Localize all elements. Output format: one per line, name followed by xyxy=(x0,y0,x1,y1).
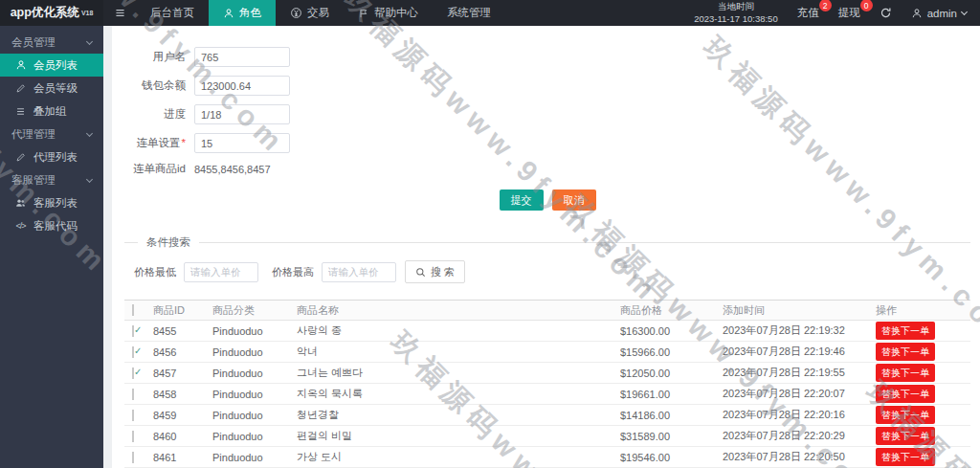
price-min-input[interactable] xyxy=(184,262,258,282)
topnav-item[interactable]: 后台首页 xyxy=(136,0,209,26)
row-checkbox[interactable] xyxy=(132,325,134,337)
menu-toggle-icon[interactable] xyxy=(103,0,136,26)
sidebar-item[interactable]: 客服管理 xyxy=(0,168,103,191)
cell-price: $14186.00 xyxy=(620,410,723,421)
refresh-icon[interactable] xyxy=(880,7,892,19)
row-checkbox[interactable] xyxy=(132,410,134,421)
form-row: 用户名* 765 xyxy=(124,47,970,67)
yen-icon xyxy=(290,7,302,19)
search-icon xyxy=(415,267,426,278)
cell-category: Pinduoduo xyxy=(212,431,297,442)
sidebar-item[interactable]: 会员列表 xyxy=(0,54,103,77)
replace-next-order-button[interactable]: 替换下一单 xyxy=(876,406,935,424)
chevron-down-icon xyxy=(86,37,93,44)
edit-form: 用户名* 765 钱包余额* 123000.64 进度* 1/18 连单设置* … xyxy=(124,47,970,211)
table-row: 8460 Pinduoduo 편걸의 비밀 $31589.00 2023年07月… xyxy=(124,426,970,447)
table-row: 8455 Pinduoduo 사랑의 종 $16300.00 2023年07月2… xyxy=(124,321,970,342)
flag-icon xyxy=(358,8,369,19)
search-button[interactable]: 搜 索 xyxy=(405,260,465,283)
user-icon xyxy=(223,8,234,19)
sidebar-item[interactable]: 客服列表 xyxy=(0,191,103,214)
sidebar-item-label: 客服列表 xyxy=(33,196,78,211)
sidebar: 会员管理 会员列表 会员等级 叠加组 代理管理 代理列表 xyxy=(0,26,103,468)
row-checkbox[interactable] xyxy=(132,389,134,400)
row-checkbox[interactable] xyxy=(132,346,134,358)
form-input[interactable] xyxy=(194,47,290,67)
topnav-item-label: 系统管理 xyxy=(447,6,491,20)
sidebar-item[interactable]: 代理列表 xyxy=(0,145,103,168)
price-max-input[interactable] xyxy=(322,262,396,282)
replace-next-order-button[interactable]: 替换下一单 xyxy=(876,427,935,445)
sidebar-item-label: 客服管理 xyxy=(11,173,56,188)
topnav-item[interactable]: 角色 xyxy=(209,0,276,26)
replace-next-order-button[interactable]: 替换下一单 xyxy=(876,322,935,340)
user-icon xyxy=(14,59,27,71)
cell-goods-name: 그녀는 예쁘다 xyxy=(297,366,620,380)
sidebar-item[interactable]: </> 客服代码 xyxy=(0,214,103,237)
table-row: 8456 Pinduoduo 악녀 $15966.00 2023年07月28日 … xyxy=(124,342,970,363)
col-header: 操作 xyxy=(876,303,970,318)
cell-goods-id: 8459 xyxy=(153,410,212,421)
replace-next-order-button[interactable]: 替换下一单 xyxy=(876,448,935,466)
cell-category: Pinduoduo xyxy=(212,346,297,358)
topbar: app优化系统V18 后台首页 角色 交易 帮助中心 xyxy=(0,0,980,26)
topnav-item[interactable]: 帮助中心 xyxy=(344,0,433,26)
col-header: 商品分类 xyxy=(212,303,297,318)
pencil-icon xyxy=(14,152,27,163)
form-row: 连单商品id* 8455,8456,8457 xyxy=(124,162,970,176)
goods-table: 商品ID 商品分类 商品名称 商品价格 添加时间 操作 8455 Pinduod… xyxy=(124,300,970,468)
cell-price: $31589.00 xyxy=(620,431,723,442)
cell-goods-id: 8457 xyxy=(153,368,212,379)
row-checkbox[interactable] xyxy=(132,368,134,379)
local-time-value: 2023-11-17 10:38:50 xyxy=(694,13,778,25)
price-min-label: 价格最低 xyxy=(134,265,176,279)
withdraw-link[interactable]: 提现 0 xyxy=(838,6,860,20)
cell-goods-id: 8460 xyxy=(153,431,212,442)
topnav-item[interactable]: 系统管理 xyxy=(433,0,505,26)
row-checkbox[interactable] xyxy=(132,452,134,463)
cell-goods-name: 악녀 xyxy=(297,345,620,359)
topnav-item-label: 后台首页 xyxy=(150,6,194,20)
cell-price: $12050.00 xyxy=(620,368,723,379)
replace-next-order-button[interactable]: 替换下一单 xyxy=(876,364,935,382)
main-panel: 用户名* 765 钱包余额* 123000.64 进度* 1/18 连单设置* … xyxy=(112,26,980,468)
submit-button[interactable]: 提交 xyxy=(500,189,544,211)
users-icon xyxy=(14,197,27,209)
select-all-checkbox[interactable] xyxy=(132,304,134,316)
top-nav: 后台首页 角色 交易 帮助中心 系统管理 xyxy=(136,0,505,26)
form-input[interactable] xyxy=(194,133,290,153)
sidebar-item-label: 客服代码 xyxy=(33,219,78,234)
col-header: 商品价格 xyxy=(620,303,723,318)
sidebar-item[interactable]: 叠加组 xyxy=(0,100,103,123)
table-row: 8457 Pinduoduo 그녀는 예쁘다 $12050.00 2023年07… xyxy=(124,363,970,384)
form-input[interactable] xyxy=(194,104,290,124)
cancel-button[interactable]: 取消 xyxy=(552,189,596,211)
chevron-down-icon xyxy=(86,129,93,136)
cell-goods-id: 8461 xyxy=(153,452,212,463)
cell-goods-id: 8456 xyxy=(153,346,212,358)
sidebar-item[interactable]: 会员等级 xyxy=(0,77,103,100)
cell-price: $15966.00 xyxy=(620,346,723,358)
form-input[interactable] xyxy=(194,76,290,96)
cell-category: Pinduoduo xyxy=(212,410,297,421)
sidebar-item[interactable]: 会员管理 xyxy=(0,31,103,54)
replace-next-order-button[interactable]: 替换下一单 xyxy=(876,343,935,361)
pencil-icon xyxy=(14,83,27,94)
topbar-right: 当地时间 2023-11-17 10:38:50 充值 2 提现 0 admin xyxy=(694,0,980,26)
user-menu[interactable]: admin xyxy=(911,8,967,19)
row-checkbox[interactable] xyxy=(132,431,134,442)
app-version: V18 xyxy=(81,10,93,16)
sidebar-item-label: 会员列表 xyxy=(33,58,78,73)
recharge-link[interactable]: 充值 2 xyxy=(797,6,819,20)
topnav-item[interactable]: 交易 xyxy=(276,0,344,26)
table-header: 商品ID 商品分类 商品名称 商品价格 添加时间 操作 xyxy=(124,300,970,321)
cell-goods-id: 8455 xyxy=(153,325,212,337)
form-buttons: 提交 取消 xyxy=(124,189,970,211)
cell-time: 2023年07月28日 22:19:46 xyxy=(723,345,876,359)
username: admin xyxy=(927,8,957,19)
cell-goods-id: 8458 xyxy=(153,389,212,400)
chevron-down-icon xyxy=(961,9,968,15)
replace-next-order-button[interactable]: 替换下一单 xyxy=(876,385,935,403)
cell-time: 2023年07月28日 22:20:07 xyxy=(723,387,876,401)
sidebar-item[interactable]: 代理管理 xyxy=(0,123,103,145)
